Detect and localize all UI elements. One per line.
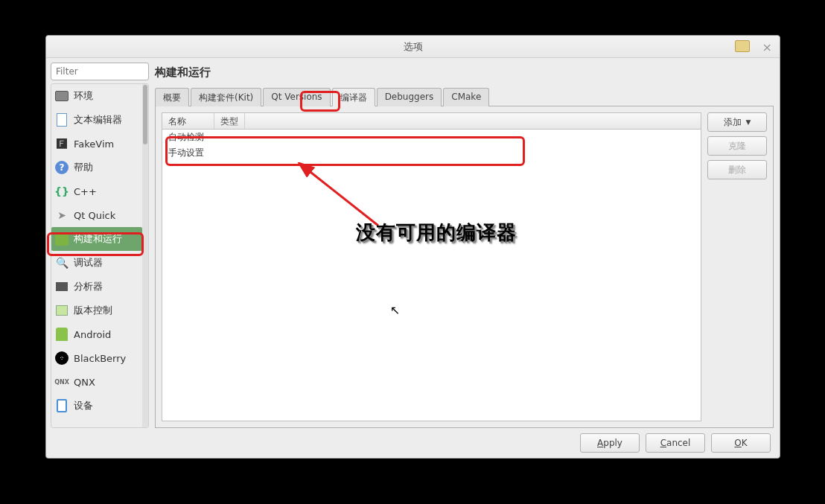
sidebar-item-qtquick[interactable]: ➤Qt Quick <box>51 203 142 227</box>
tab-overview[interactable]: 概要 <box>155 88 189 106</box>
tree-row-autodetect[interactable]: 自动检测 <box>162 130 701 145</box>
help-icon: ? <box>54 160 69 175</box>
sidebar-column: 环境 文本编辑器 🅵FakeVim ?帮助 {}C++ ➤Qt Quick 构建… <box>51 63 149 428</box>
titlebar: 选项 × <box>46 36 780 58</box>
sidebar-item-environment[interactable]: 环境 <box>51 84 142 108</box>
sidebar-item-texteditor[interactable]: 文本编辑器 <box>51 108 142 132</box>
sidebar-item-help[interactable]: ?帮助 <box>51 156 142 179</box>
tab-debuggers[interactable]: Debuggers <box>377 88 442 106</box>
compilers-tree[interactable]: 名称 类型 自动检测 手动设置 <box>162 112 701 421</box>
document-icon <box>54 112 69 127</box>
sidebar-item-label: FakeVim <box>74 138 114 150</box>
sidebar-item-label: BlackBerry <box>74 353 126 364</box>
blackberry-icon: ⁘ <box>54 351 69 366</box>
sidebar-item-devices[interactable]: 设备 <box>51 394 142 418</box>
sidebar-item-label: 文本编辑器 <box>74 113 122 127</box>
android-icon <box>54 327 69 342</box>
tree-body: 自动检测 手动设置 <box>162 130 701 421</box>
sidebar-item-label: 设备 <box>74 399 93 412</box>
debugger-icon: 🔍 <box>54 255 69 270</box>
chevron-down-icon: ▼ <box>746 118 751 126</box>
sidebar-item-buildrun[interactable]: 构建和运行 <box>51 227 142 251</box>
tab-qtversions[interactable]: Qt Versions <box>263 88 330 106</box>
qt-icon <box>54 232 69 246</box>
sidebar-item-label: 版本控制 <box>74 304 112 317</box>
dialog-body: 环境 文本编辑器 🅵FakeVim ?帮助 {}C++ ➤Qt Quick 构建… <box>46 58 780 428</box>
fakevim-icon: 🅵 <box>54 136 69 151</box>
apply-button[interactable]: Apply <box>580 433 640 453</box>
sidebar-item-label: 分析器 <box>74 280 103 293</box>
sidebar-item-android[interactable]: Android <box>51 322 142 346</box>
column-name[interactable]: 名称 <box>162 113 214 129</box>
tab-kits[interactable]: 构建套件(Kit) <box>191 88 261 106</box>
device-icon <box>54 398 69 413</box>
add-button[interactable]: 添加▼ <box>707 112 767 132</box>
clone-button[interactable]: 克隆 <box>707 136 767 156</box>
filter-input[interactable] <box>51 63 149 80</box>
sidebar-item-debugger[interactable]: 🔍调试器 <box>51 251 142 275</box>
sidebar-item-label: 构建和运行 <box>74 232 122 246</box>
sidebar-item-qnx[interactable]: QNXQNX <box>51 370 142 394</box>
delete-button[interactable]: 删除 <box>707 160 767 179</box>
tab-cmake[interactable]: CMake <box>443 88 489 106</box>
sidebar-item-blackberry[interactable]: ⁘BlackBerry <box>51 346 142 370</box>
sidebar-item-label: 环境 <box>74 89 93 103</box>
folder-icon <box>735 40 750 52</box>
sidebar-item-vcs[interactable]: 版本控制 <box>51 299 142 322</box>
cancel-button[interactable]: Cancel <box>646 433 705 453</box>
close-icon[interactable]: × <box>762 40 772 54</box>
sidebar-item-label: QNX <box>74 377 95 388</box>
sidebar-item-cpp[interactable]: {}C++ <box>51 179 142 203</box>
tab-compilers[interactable]: 编译器 <box>332 88 375 106</box>
qnx-icon: QNX <box>54 374 69 389</box>
sidebar: 环境 文本编辑器 🅵FakeVim ?帮助 {}C++ ➤Qt Quick 构建… <box>51 83 149 428</box>
window-title: 选项 <box>404 40 423 54</box>
sidebar-item-label: 调试器 <box>74 256 103 269</box>
sidebar-scrollbar[interactable] <box>142 84 148 427</box>
main-panel: 构建和运行 概要 构建套件(Kit) Qt Versions 编译器 Debug… <box>155 63 774 428</box>
grid-icon <box>54 279 69 294</box>
sidebar-item-label: 帮助 <box>74 161 93 174</box>
side-buttons: 添加▼ 克隆 删除 <box>707 112 767 421</box>
dialog-footer: Apply Cancel OK <box>46 428 780 458</box>
sidebar-item-label: C++ <box>74 186 97 197</box>
folder-icon <box>54 303 69 318</box>
column-type[interactable]: 类型 <box>214 113 245 129</box>
page-title: 构建和运行 <box>155 63 774 87</box>
braces-icon: {} <box>54 184 69 199</box>
tab-content: 名称 类型 自动检测 手动设置 添加▼ 克隆 删除 <box>155 106 774 428</box>
options-dialog: 选项 × 环境 文本编辑器 🅵FakeVim ?帮助 {}C++ ➤Qt Qui… <box>45 35 780 459</box>
sidebar-item-label: Qt Quick <box>74 210 115 221</box>
tree-row-manual[interactable]: 手动设置 <box>162 145 701 161</box>
monitor-icon <box>54 89 69 103</box>
tree-header: 名称 类型 <box>162 113 701 130</box>
sidebar-item-analyzer[interactable]: 分析器 <box>51 275 142 299</box>
sidebar-item-fakevim[interactable]: 🅵FakeVim <box>51 132 142 156</box>
sidebar-item-label: Android <box>74 329 111 340</box>
arrow-icon: ➤ <box>54 208 69 223</box>
ok-button[interactable]: OK <box>711 433 771 453</box>
tab-bar: 概要 构建套件(Kit) Qt Versions 编译器 Debuggers C… <box>155 87 774 106</box>
